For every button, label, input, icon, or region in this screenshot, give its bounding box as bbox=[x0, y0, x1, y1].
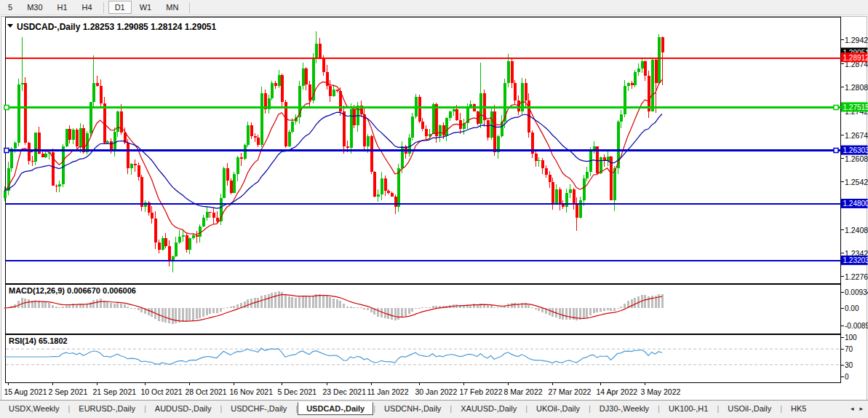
timeframe-button-5[interactable]: 5 bbox=[1, 1, 19, 14]
scroll-right-icon[interactable]: ▸ bbox=[856, 405, 866, 412]
date-axis[interactable]: 15 Aug 20212 Sep 202121 Sep 202110 Oct 2… bbox=[4, 383, 681, 397]
macd-bar bbox=[613, 308, 616, 311]
timeframe-button-d1[interactable]: D1 bbox=[108, 1, 132, 14]
macd-bar bbox=[487, 305, 489, 308]
timeframe-button-h1[interactable]: H1 bbox=[51, 1, 74, 14]
candle-body bbox=[196, 235, 199, 237]
candle-body bbox=[55, 186, 58, 186]
tab-usdchf-daily[interactable]: USDCHF-,Daily bbox=[222, 402, 295, 415]
tab-usdx-weekly[interactable]: USDX,Weekly bbox=[0, 402, 68, 415]
macd-bar bbox=[247, 299, 249, 308]
candle-body bbox=[541, 160, 544, 168]
macd-bar bbox=[196, 308, 198, 319]
candle-body bbox=[421, 122, 424, 129]
toolbar-separator bbox=[189, 2, 190, 13]
candle-body bbox=[493, 111, 496, 152]
hline-handle-left[interactable] bbox=[4, 149, 9, 153]
tab-dj30-weekly[interactable]: DJ30-,Weekly bbox=[591, 402, 658, 415]
price-badge-label: 1.27515 bbox=[843, 103, 868, 111]
macd-bar bbox=[209, 308, 211, 314]
macd-bar bbox=[220, 308, 222, 312]
date-tick-label: 11 Jan 2022 bbox=[367, 387, 409, 396]
timeframe-button-h4[interactable]: H4 bbox=[76, 1, 99, 14]
candle-body bbox=[291, 122, 294, 132]
candle-body bbox=[114, 132, 116, 150]
candle-body bbox=[21, 83, 24, 84]
candle-body bbox=[247, 125, 250, 145]
chart-tab-bar: USDX,Weekly|EURUSD-,Daily|AUDUSD-,Daily|… bbox=[0, 400, 868, 416]
price-badge-label: 1.24800 bbox=[843, 200, 868, 208]
price-badge-1.24800: 1.24800 bbox=[841, 199, 868, 208]
macd-bar bbox=[593, 308, 595, 313]
macd-bar bbox=[329, 297, 331, 308]
macd-bar bbox=[596, 308, 598, 312]
macd-bar bbox=[607, 308, 609, 310]
macd-bar bbox=[92, 300, 95, 308]
tab-eurusd-daily[interactable]: EURUSD-,Daily bbox=[70, 402, 144, 415]
candle-body bbox=[68, 129, 71, 140]
tab-usoil-daily[interactable]: USOil-,Daily bbox=[719, 402, 780, 415]
candle-body bbox=[549, 175, 552, 182]
hline-handle-left[interactable] bbox=[4, 106, 9, 110]
candle-body bbox=[72, 130, 75, 140]
tab-xauusd-daily[interactable]: XAUUSD-,Daily bbox=[452, 402, 525, 415]
rsi-axis-label: 30 bbox=[845, 361, 853, 369]
price-axis[interactable]: 1.294201.287401.280801.274201.267401.260… bbox=[841, 36, 868, 281]
timeframe-toolbar: 5M30H1H4D1W1MN bbox=[0, 0, 868, 15]
candle-body bbox=[637, 68, 640, 72]
tab-usdcad-daily[interactable]: USDCAD-,Daily bbox=[298, 402, 373, 415]
candle-body bbox=[319, 44, 322, 58]
rsi-label: RSI(14) 65.1802 bbox=[9, 336, 68, 345]
macd-bar bbox=[55, 307, 57, 308]
price-tick-label: 1.26740 bbox=[845, 131, 868, 140]
date-tick-label: 27 Mar 2022 bbox=[549, 387, 592, 396]
tab-hk5[interactable]: HK5 bbox=[782, 402, 815, 415]
tab-uk100-h1[interactable]: UK100-,H1 bbox=[660, 402, 717, 415]
hline-handle-right[interactable] bbox=[834, 106, 838, 110]
macd-bar bbox=[68, 305, 71, 308]
candle-body bbox=[100, 86, 103, 103]
macd-bar bbox=[397, 308, 399, 320]
date-tick-label: 17 Feb 2022 bbox=[460, 387, 503, 396]
candle-body bbox=[44, 154, 47, 157]
macd-bar bbox=[148, 308, 150, 315]
macd-bar bbox=[151, 308, 153, 317]
date-tick-label: 21 Sep 2021 bbox=[93, 387, 137, 396]
candle-body bbox=[199, 226, 202, 237]
candle-body bbox=[164, 238, 167, 246]
candle-body bbox=[507, 61, 510, 82]
macd-bar bbox=[353, 307, 355, 308]
scroll-left-icon[interactable]: ◂ bbox=[848, 405, 857, 412]
date-tick-label: 30 Jan 2022 bbox=[415, 387, 458, 396]
macd-bar bbox=[634, 298, 636, 308]
timeframe-button-mn[interactable]: MN bbox=[159, 1, 185, 14]
macd-bar bbox=[435, 306, 437, 308]
macd-bar bbox=[52, 305, 54, 308]
hline-handle-right[interactable] bbox=[834, 149, 838, 153]
macd-bar bbox=[559, 308, 561, 319]
candle-body bbox=[641, 61, 644, 68]
tab-usdcnh-daily[interactable]: USDCNH-,Daily bbox=[375, 402, 450, 415]
tab-audusd-daily[interactable]: AUDUSD-,Daily bbox=[146, 402, 220, 415]
date-tick-label: 8 Mar 2022 bbox=[504, 387, 543, 396]
macd-bar bbox=[346, 307, 349, 308]
candle-body bbox=[76, 130, 79, 146]
candle-body bbox=[343, 111, 346, 147]
tab-ukoil-daily[interactable]: UKOil-,Daily bbox=[527, 402, 589, 415]
timeframe-button-w1[interactable]: W1 bbox=[133, 1, 159, 14]
candle-body bbox=[17, 84, 20, 143]
candle-body bbox=[511, 61, 514, 82]
candle-body bbox=[370, 136, 373, 172]
candle-body bbox=[435, 104, 438, 136]
candle-body bbox=[583, 178, 586, 200]
price-badge-1.26303: 1.26303 bbox=[841, 146, 868, 155]
timeframe-button-m30[interactable]: M30 bbox=[20, 1, 49, 14]
candle-body bbox=[363, 114, 366, 146]
macd-bar bbox=[549, 308, 551, 315]
candle-body bbox=[178, 237, 181, 242]
candle-body bbox=[455, 109, 458, 120]
macd-bar bbox=[603, 308, 605, 311]
candle-body bbox=[106, 141, 109, 143]
candle-body bbox=[271, 83, 274, 98]
macd-bar bbox=[326, 296, 328, 308]
